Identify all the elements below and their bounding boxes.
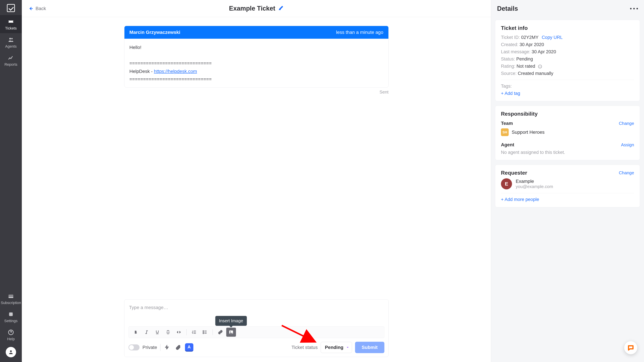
agents-icon xyxy=(0,36,22,43)
ticket-icon xyxy=(0,18,22,25)
requester-card: Requester Change E Example you@example.c… xyxy=(495,165,640,207)
svg-point-5 xyxy=(10,350,12,352)
svg-rect-3 xyxy=(8,296,14,297)
change-requester-button[interactable]: Change xyxy=(619,170,634,175)
signature-link[interactable]: https://helpdesk.com xyxy=(154,69,197,74)
svg-rect-2 xyxy=(8,295,14,298)
toolbar-separator xyxy=(212,329,213,335)
team-badge: SH xyxy=(501,128,509,136)
composer-actions: Private # A Ticket status Pending Submit xyxy=(128,342,384,353)
message-separator: ============================== xyxy=(130,59,384,67)
team-label: Team xyxy=(501,121,513,126)
message-signature: HelpDesk - https://helpdesk.com xyxy=(130,67,384,75)
nav-label: Subscription xyxy=(1,301,21,305)
nav-label: Help xyxy=(7,337,14,341)
nav-item-agents[interactable]: Agents xyxy=(0,33,22,51)
add-people-button[interactable]: + Add more people xyxy=(501,197,634,202)
requester-row: E Example you@example.com xyxy=(501,178,634,189)
canned-response-button[interactable]: # xyxy=(164,344,171,351)
team-name: Support Heroes xyxy=(512,130,544,135)
message-author: Marcin Grzywaczewski xyxy=(130,30,180,35)
message-line: Hello! xyxy=(130,43,384,51)
nav-item-settings[interactable]: Settings xyxy=(0,308,22,326)
agent-empty: No agent assigned to this ticket. xyxy=(501,150,634,155)
strikethrough-button[interactable] xyxy=(163,328,173,337)
tags-row: Tags: xyxy=(501,84,634,89)
private-toggle[interactable] xyxy=(128,345,140,351)
nav-rail: Tickets Agents Reports Subscription S xyxy=(0,0,22,362)
ticket-id-row: Ticket ID: 02Y2MY Copy URL xyxy=(501,35,634,40)
code-button[interactable] xyxy=(174,328,184,337)
svg-point-7 xyxy=(203,331,204,331)
arrow-left-icon xyxy=(28,6,34,11)
nav-label: Reports xyxy=(4,62,17,66)
details-header: Details xyxy=(491,0,644,17)
unordered-list-button[interactable] xyxy=(200,328,210,337)
card-heading: Ticket info xyxy=(501,25,634,31)
top-bar: Back Example Ticket xyxy=(22,0,491,17)
insert-image-button[interactable]: Insert Image xyxy=(226,328,236,337)
assign-agent-button[interactable]: Assign xyxy=(621,142,634,147)
agent-label: Agent xyxy=(501,142,514,147)
user-avatar[interactable] xyxy=(6,347,16,357)
gear-icon xyxy=(0,311,22,318)
pencil-icon xyxy=(278,5,284,10)
svg-point-9 xyxy=(203,333,204,334)
card-heading: Responsibility xyxy=(501,111,634,117)
italic-button[interactable] xyxy=(142,328,152,337)
app-root: Tickets Agents Reports Subscription S xyxy=(0,0,644,362)
message-header: Marcin Grzywaczewski less than a minute … xyxy=(124,26,388,39)
composer-region: Type a message… In xyxy=(22,299,491,362)
image-icon xyxy=(228,330,234,335)
change-team-button[interactable]: Change xyxy=(619,121,634,126)
nav-item-tickets[interactable]: Tickets xyxy=(0,15,22,33)
details-panel: Details Ticket info Ticket ID: 02Y2MY Co… xyxy=(491,0,644,362)
nav-item-reports[interactable]: Reports xyxy=(0,51,22,69)
link-button[interactable] xyxy=(216,328,225,337)
details-title: Details xyxy=(497,5,518,12)
private-label: Private xyxy=(142,345,157,350)
message-input[interactable]: Type a message… xyxy=(128,303,384,326)
chevron-down-icon xyxy=(346,346,350,349)
app-logo[interactable] xyxy=(7,4,15,12)
svg-point-11 xyxy=(230,331,231,332)
message-body: Hello! ============================== He… xyxy=(124,39,388,87)
team-row: SH Support Heroes xyxy=(501,128,634,136)
divider xyxy=(501,80,634,80)
nav-item-help[interactable]: Help xyxy=(0,326,22,344)
edit-title-button[interactable] xyxy=(278,5,284,12)
requester-avatar: E xyxy=(501,178,512,189)
message-timestamp: less than a minute ago xyxy=(336,30,384,35)
requester-name: Example xyxy=(516,179,553,184)
svg-point-8 xyxy=(203,332,204,333)
nav-item-subscription[interactable]: Subscription xyxy=(0,290,22,308)
message-card: Marcin Grzywaczewski less than a minute … xyxy=(124,26,388,87)
ticket-status-label: Ticket status xyxy=(292,345,318,350)
chat-launcher[interactable] xyxy=(624,341,637,354)
rating-row: Rating: Not rated xyxy=(501,64,634,69)
message-status: Sent xyxy=(124,89,388,95)
format-toolbar: Insert Image xyxy=(128,326,384,338)
message-thread: Marcin Grzywaczewski less than a minute … xyxy=(22,17,491,299)
attachment-button[interactable] xyxy=(174,344,182,351)
nav-label: Agents xyxy=(5,44,17,48)
text-color-button[interactable]: A xyxy=(185,343,193,352)
bold-button[interactable] xyxy=(131,328,141,337)
toolbar-separator xyxy=(186,329,187,335)
back-label: Back xyxy=(36,6,46,11)
ordered-list-button[interactable] xyxy=(189,328,199,337)
chat-icon xyxy=(628,345,634,351)
help-icon xyxy=(0,329,22,336)
requester-email: you@example.com xyxy=(516,184,553,189)
back-button[interactable]: Back xyxy=(28,6,46,11)
more-menu-button[interactable] xyxy=(630,8,638,9)
add-tag-button[interactable]: + Add tag xyxy=(501,91,634,96)
info-icon[interactable] xyxy=(538,64,542,69)
svg-point-0 xyxy=(9,38,11,39)
ticket-info-card: Ticket info Ticket ID: 02Y2MY Copy URL C… xyxy=(495,20,640,101)
status-select[interactable]: Pending xyxy=(321,342,352,353)
submit-button[interactable]: Submit xyxy=(355,342,384,353)
underline-button[interactable] xyxy=(152,328,162,337)
copy-url-button[interactable]: Copy URL xyxy=(542,35,563,40)
ticket-title-text: Example Ticket xyxy=(229,5,275,12)
